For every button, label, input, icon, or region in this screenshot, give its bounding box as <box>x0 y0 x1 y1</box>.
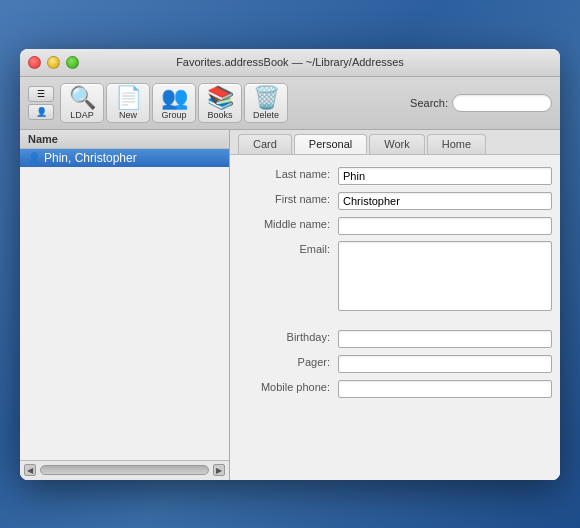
sidebar-header: Name <box>20 130 229 149</box>
tab-work[interactable]: Work <box>369 134 424 154</box>
mobile-phone-label: Mobile phone: <box>238 379 338 393</box>
email-field <box>338 241 552 315</box>
tab-personal[interactable]: Personal <box>294 134 367 154</box>
pager-label: Pager: <box>238 354 338 368</box>
detail-panel: Card Personal Work Home Last name: <box>230 130 560 480</box>
search-input[interactable] <box>452 94 552 112</box>
birthday-field <box>338 329 552 348</box>
scroll-thumb[interactable] <box>40 465 209 475</box>
pager-field <box>338 354 552 373</box>
sidebar: Name 👤 Phin, Christopher ◀ ▶ <box>20 130 230 480</box>
minimize-button[interactable] <box>47 56 60 69</box>
tab-personal-label: Personal <box>309 138 352 150</box>
close-button[interactable] <box>28 56 41 69</box>
books-label: Books <box>207 110 232 120</box>
form-row-pager: Pager: <box>230 351 560 376</box>
ldap-button[interactable]: 🔍 LDAP <box>60 83 104 123</box>
group-button[interactable]: 👥 Group <box>152 83 196 123</box>
last-name-field <box>338 166 552 185</box>
birthday-input[interactable] <box>338 330 552 348</box>
group-icon: 👥 <box>161 87 188 109</box>
sidebar-list: 👤 Phin, Christopher <box>20 149 229 460</box>
sidebar-scrollbar: ◀ ▶ <box>20 460 229 480</box>
delete-button[interactable]: 🗑️ Delete <box>244 83 288 123</box>
tab-bar: Card Personal Work Home <box>230 130 560 155</box>
first-name-input[interactable] <box>338 192 552 210</box>
ldap-label: LDAP <box>70 110 94 120</box>
form-row-birthday: Birthday: <box>230 326 560 351</box>
list-icon: ☰ <box>37 89 45 99</box>
toolbar-left-group: ☰ 👤 <box>28 86 54 120</box>
pager-input[interactable] <box>338 355 552 373</box>
traffic-lights <box>28 56 79 69</box>
new-label: New <box>119 110 137 120</box>
form-separator <box>230 318 560 326</box>
form-row-middle-name: Middle name: <box>230 213 560 238</box>
form-row-first-name: First name: <box>230 188 560 213</box>
person-icon-btn[interactable]: 👤 <box>28 104 54 120</box>
scroll-left-arrow[interactable]: ◀ <box>24 464 36 476</box>
first-name-field <box>338 191 552 210</box>
first-name-label: First name: <box>238 191 338 205</box>
tab-card[interactable]: Card <box>238 134 292 154</box>
new-icon: 📄 <box>115 87 142 109</box>
middle-name-field <box>338 216 552 235</box>
books-icon: 📚 <box>207 87 234 109</box>
ldap-icon: 🔍 <box>69 87 96 109</box>
tab-work-label: Work <box>384 138 409 150</box>
search-label: Search: <box>410 97 448 109</box>
person-icon: 👤 <box>36 107 47 117</box>
form-row-mobile-phone: Mobile phone: <box>230 376 560 401</box>
address-book-window: Favorites.addressBook — ~/Library/Addres… <box>20 49 560 480</box>
search-area: Search: <box>410 94 552 112</box>
sidebar-item-phin-christopher[interactable]: 👤 Phin, Christopher <box>20 149 229 167</box>
books-button[interactable]: 📚 Books <box>198 83 242 123</box>
tab-home[interactable]: Home <box>427 134 486 154</box>
middle-name-input[interactable] <box>338 217 552 235</box>
delete-icon: 🗑️ <box>253 87 280 109</box>
delete-label: Delete <box>253 110 279 120</box>
form-area: Last name: First name: Middle name: <box>230 155 560 480</box>
scroll-right-arrow[interactable]: ▶ <box>213 464 225 476</box>
tab-home-label: Home <box>442 138 471 150</box>
email-input[interactable] <box>338 241 552 311</box>
mobile-phone-field <box>338 379 552 398</box>
new-button[interactable]: 📄 New <box>106 83 150 123</box>
tab-card-label: Card <box>253 138 277 150</box>
last-name-input[interactable] <box>338 167 552 185</box>
toolbar: ☰ 👤 🔍 LDAP 📄 New 👥 Group 📚 Books 🗑️ Dele… <box>20 77 560 130</box>
middle-name-label: Middle name: <box>238 216 338 230</box>
form-row-email: Email: <box>230 238 560 318</box>
content-area: Name 👤 Phin, Christopher ◀ ▶ Card <box>20 130 560 480</box>
title-bar: Favorites.addressBook — ~/Library/Addres… <box>20 49 560 77</box>
last-name-label: Last name: <box>238 166 338 180</box>
group-label: Group <box>161 110 186 120</box>
form-row-last-name: Last name: <box>230 163 560 188</box>
list-view-button[interactable]: ☰ <box>28 86 54 102</box>
person-small-icon: 👤 <box>28 152 40 163</box>
email-label: Email: <box>238 241 338 255</box>
maximize-button[interactable] <box>66 56 79 69</box>
birthday-label: Birthday: <box>238 329 338 343</box>
sidebar-item-label: Phin, Christopher <box>44 151 137 165</box>
mobile-phone-input[interactable] <box>338 380 552 398</box>
window-title: Favorites.addressBook — ~/Library/Addres… <box>176 56 404 68</box>
